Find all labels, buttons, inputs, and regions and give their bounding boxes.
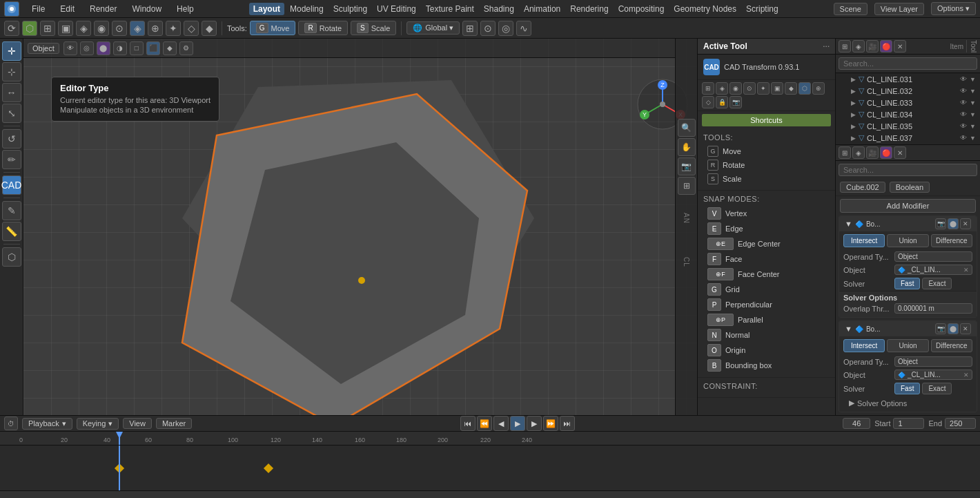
app-logo[interactable] (4, 1, 19, 17)
menu-file[interactable]: File (28, 3, 49, 15)
bool-close-icon-1[interactable]: ✕ (960, 218, 971, 229)
bool-object-value-1[interactable]: 🔷 _CL_LIN... ✕ (894, 265, 972, 275)
vr-grid-icon[interactable]: ⊞ (678, 177, 696, 195)
bool-render-icon-1[interactable]: ⬤ (948, 218, 959, 229)
overlap-value-1[interactable]: 0.000001 m (894, 303, 972, 314)
props-icon-1[interactable]: ⊞ (839, 146, 851, 159)
bool-cam-icon-2[interactable]: 📷 (935, 323, 946, 334)
at-icon-10[interactable]: ◇ (702, 96, 714, 108)
viewport-3d[interactable]: Editor Type Current editor type for this… (23, 39, 697, 415)
tree-filter-3[interactable]: ▼ (970, 99, 976, 106)
toolbar-icon-2[interactable]: ⬡ (22, 21, 37, 36)
viewport-options-icon[interactable]: ⚙ (179, 41, 193, 55)
snap-toggle[interactable]: ⊞ (462, 21, 478, 36)
solver-options-btn-2[interactable]: ▶ Solver Options (843, 397, 972, 409)
view-menu-btn[interactable]: View (123, 418, 152, 429)
viewport-object-dropdown[interactable]: Object (28, 43, 59, 54)
tab-uv-editing[interactable]: UV Editing (373, 3, 420, 15)
solver-exact-btn-2[interactable]: Exact (922, 383, 952, 394)
bool-union-btn-1[interactable]: Union (887, 234, 928, 247)
viewport-solid-icon[interactable]: ◑ (113, 41, 127, 55)
marker-menu-btn[interactable]: Marker (156, 418, 192, 429)
tree-eye-2[interactable]: 👁 (960, 87, 967, 95)
tree-eye-1[interactable]: 👁 (960, 75, 967, 83)
tree-filter-2[interactable]: ▼ (970, 88, 976, 95)
bool-intersect-btn-2[interactable]: Intersect (843, 339, 885, 352)
menu-help[interactable]: Help (173, 3, 198, 15)
keyframe-2[interactable] (264, 463, 273, 473)
jump-end-btn[interactable]: ⏭ (560, 416, 575, 431)
step-fwd-btn[interactable]: ⏩ (543, 416, 558, 431)
scale-tool-btn[interactable]: S Scale (351, 21, 396, 35)
options-btn[interactable]: Options ▾ (931, 2, 976, 15)
end-frame-input[interactable]: 250 (945, 418, 976, 429)
toolbar-icon-1[interactable]: ⟳ (4, 21, 19, 36)
measure-tool[interactable]: 📏 (2, 222, 21, 241)
outliner-icon-3[interactable]: 🎥 (866, 40, 879, 52)
timeline-body[interactable]: 0 20 40 60 80 100 120 140 160 180 200 22… (0, 432, 980, 498)
proportional-edit[interactable]: ◎ (498, 21, 513, 36)
bool-union-btn-2[interactable]: Union (887, 339, 928, 352)
props-icon-3[interactable]: 🎥 (866, 146, 879, 159)
bool-close-icon-2[interactable]: ✕ (960, 323, 971, 334)
rotate-free-tool[interactable]: ↺ (2, 129, 21, 149)
add-modifier-button[interactable]: Add Modifier (840, 199, 976, 213)
toolbar-icon-11[interactable]: ◇ (184, 21, 199, 36)
transform-pivot[interactable]: ⬡ (2, 247, 21, 267)
bool-operand-value-2[interactable]: Object (894, 356, 972, 367)
jump-back-btn[interactable]: ◀ (493, 416, 509, 431)
props-icon-2[interactable]: ◈ (852, 146, 865, 159)
viewport-material-icon[interactable]: ◆ (163, 41, 177, 55)
at-icon-4[interactable]: ⊙ (743, 82, 756, 95)
bool-header-2[interactable]: ▼ 🔷 Bo... 📷 ⬤ ✕ (839, 321, 977, 336)
tree-eye-3[interactable]: 👁 (960, 99, 967, 106)
tree-item-cl032[interactable]: ▶ ▽ CL_LINE.032 👁 ▼ (836, 85, 980, 97)
bool-diff-btn-1[interactable]: Difference (931, 234, 972, 247)
at-icon-3[interactable]: ◉ (729, 82, 742, 95)
bool-object-value-2[interactable]: 🔷 _CL_LIN... ✕ (894, 370, 972, 380)
jump-start-btn[interactable]: ⏮ (460, 416, 476, 431)
at-icon-12[interactable]: 📷 (729, 96, 742, 108)
bool-diff-btn-2[interactable]: Difference (931, 339, 972, 352)
select-tool[interactable]: ⊹ (2, 62, 21, 82)
tab-animation[interactable]: Animation (520, 3, 565, 15)
outliner-icon-2[interactable]: ◈ (852, 40, 865, 52)
add-tool[interactable]: ✎ (2, 201, 21, 220)
solver-fast-btn-2[interactable]: Fast (894, 383, 920, 394)
cad-tool[interactable]: CAD (2, 175, 21, 195)
tab-scripting[interactable]: Scripting (742, 3, 783, 15)
rotate-tool-btn[interactable]: R Rotate (298, 21, 348, 35)
tree-eye-4[interactable]: 👁 (960, 111, 967, 118)
vr-camera-icon[interactable]: 📷 (678, 157, 696, 175)
tab-shading[interactable]: Shading (480, 3, 518, 15)
solver-fast-btn-1[interactable]: Fast (894, 278, 920, 289)
scene-dropdown[interactable]: Scene (834, 3, 868, 15)
tab-geometry-nodes[interactable]: Geometry Nodes (669, 3, 741, 15)
tab-modeling[interactable]: Modeling (286, 3, 328, 15)
toolbar-icon-6[interactable]: ◉ (94, 21, 109, 36)
bool-render-icon-2[interactable]: ⬤ (948, 323, 959, 334)
props-icon-5[interactable]: ✕ (894, 146, 906, 159)
tree-item-cl035[interactable]: ▶ ▽ CL_LINE.035 👁 ▼ (836, 120, 980, 132)
keying-menu-btn[interactable]: Keying ▾ (77, 418, 119, 430)
outliner-icon-5[interactable]: ✕ (894, 40, 906, 52)
vr-hand-icon[interactable]: ✋ (678, 138, 696, 156)
tree-filter-4[interactable]: ▼ (970, 111, 976, 118)
timeline-content[interactable] (0, 446, 980, 490)
outliner-search-input[interactable] (839, 57, 977, 70)
at-icon-6[interactable]: ▣ (771, 82, 783, 95)
transform-mode-dropdown[interactable]: 🌐 Global ▾ (406, 21, 460, 35)
toolbar-icon-4[interactable]: ▣ (58, 21, 73, 36)
solver-exact-btn-1[interactable]: Exact (922, 278, 952, 289)
snap-type[interactable]: ⊙ (480, 21, 496, 36)
toolbar-icon-10[interactable]: ✦ (166, 21, 181, 36)
at-icon-2[interactable]: ◈ (716, 82, 728, 95)
tree-filter-1[interactable]: ▼ (970, 76, 976, 83)
toolbar-icon-8[interactable]: ◈ (130, 21, 145, 36)
tab-sculpting[interactable]: Sculpting (329, 3, 371, 15)
cube-name-btn[interactable]: Cube.002 (840, 182, 885, 193)
cursor-tool[interactable]: ✛ (2, 41, 21, 61)
viewport-rendered-icon[interactable]: ⬛ (146, 41, 160, 55)
tab-rendering[interactable]: Rendering (566, 3, 612, 15)
bool-operand-value-1[interactable]: Object (894, 251, 972, 262)
